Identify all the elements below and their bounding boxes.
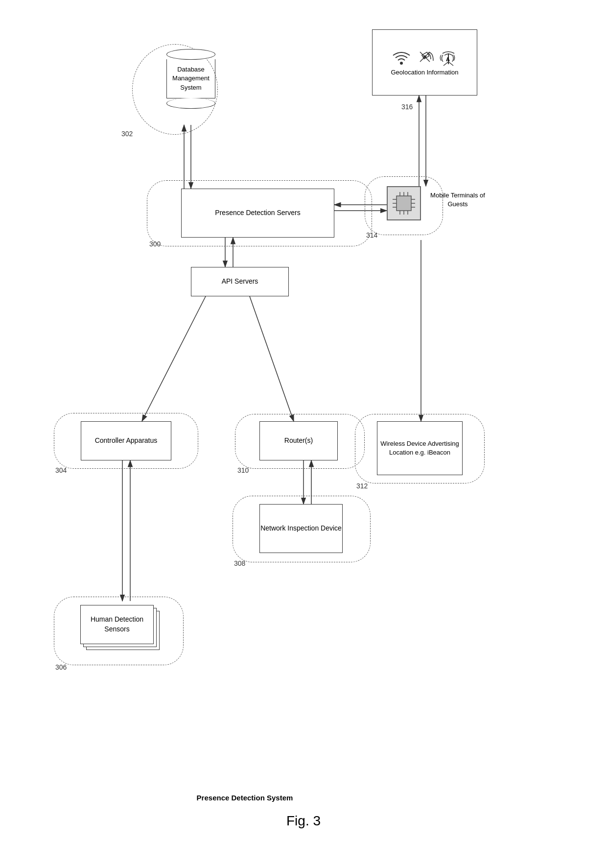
svg-point-17 <box>400 62 403 65</box>
ref-306: 306 <box>55 663 67 671</box>
human-sensors-label: Human Detection Sensors <box>81 615 153 634</box>
svg-text:(: ( <box>440 54 442 61</box>
fig-label: Fig. 3 <box>240 813 367 829</box>
svg-line-26 <box>448 62 453 66</box>
ref-310: 310 <box>237 466 249 474</box>
caption-text: Presence Detection System <box>197 794 293 802</box>
cylinder-top <box>166 49 215 60</box>
diagram: Database Management System 302 <box>0 0 607 868</box>
geolocation-box: A ( ) ( ) Geolocation Information <box>372 29 477 96</box>
controller-bubble <box>54 413 198 469</box>
ref-300: 300 <box>149 240 161 248</box>
svg-text:): ) <box>453 54 455 61</box>
svg-line-6 <box>142 296 206 421</box>
routers-bubble <box>235 414 365 469</box>
svg-line-7 <box>250 296 294 421</box>
api-servers-label: API Servers <box>222 277 258 287</box>
svg-line-25 <box>444 62 448 66</box>
antenna-icon: A ( ) ( ) <box>439 49 458 67</box>
wireless-device-bubble <box>355 414 485 483</box>
ref-308: 308 <box>234 559 245 567</box>
svg-point-23 <box>423 55 426 58</box>
api-servers-box: API Servers <box>191 267 289 296</box>
ref-312: 312 <box>356 482 368 490</box>
ref-302: 302 <box>121 130 133 138</box>
ref-316: 316 <box>401 103 413 111</box>
human-sensors-box: Human Detection Sensors <box>80 605 154 644</box>
geo-icons: A ( ) ( ) <box>392 49 458 67</box>
wifi-icon <box>392 49 411 67</box>
satellite-icon <box>415 49 435 67</box>
svg-text:A: A <box>446 56 450 62</box>
network-inspection-bubble <box>233 496 371 562</box>
presence-servers-bubble <box>147 180 372 246</box>
geolocation-label: Geolocation Information <box>391 69 458 76</box>
ref-314: 314 <box>366 231 377 239</box>
ref-304: 304 <box>55 466 67 474</box>
mobile-terminals-label: Mobile Terminals of Guests <box>426 191 490 209</box>
caption: Presence Detection System <box>171 794 318 802</box>
